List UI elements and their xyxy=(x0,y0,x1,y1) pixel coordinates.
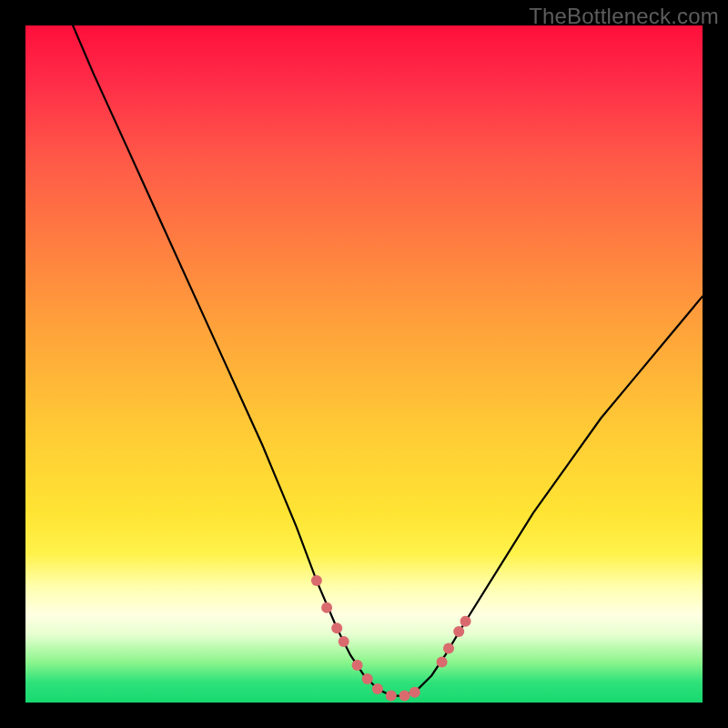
chart-frame: TheBottleneck.com xyxy=(0,0,728,728)
highlight-marker xyxy=(460,616,471,627)
watermark-text: TheBottleneck.com xyxy=(529,4,719,29)
highlight-marker xyxy=(453,626,464,637)
bottleneck-curve-svg xyxy=(25,25,703,703)
highlight-marker xyxy=(362,673,373,684)
highlight-marker xyxy=(399,691,410,702)
plot-area xyxy=(25,25,703,703)
highlight-marker xyxy=(331,622,342,633)
highlight-marker xyxy=(372,683,383,694)
highlight-marker xyxy=(410,687,420,698)
highlight-marker xyxy=(352,660,363,671)
highlight-marker xyxy=(386,691,397,702)
highlight-marker xyxy=(321,602,332,613)
highlight-marker xyxy=(437,656,448,667)
highlight-marker xyxy=(311,575,322,586)
bottleneck-curve xyxy=(73,25,703,696)
highlight-marker xyxy=(443,643,454,654)
highlight-markers xyxy=(311,575,471,702)
highlight-marker xyxy=(339,636,349,647)
